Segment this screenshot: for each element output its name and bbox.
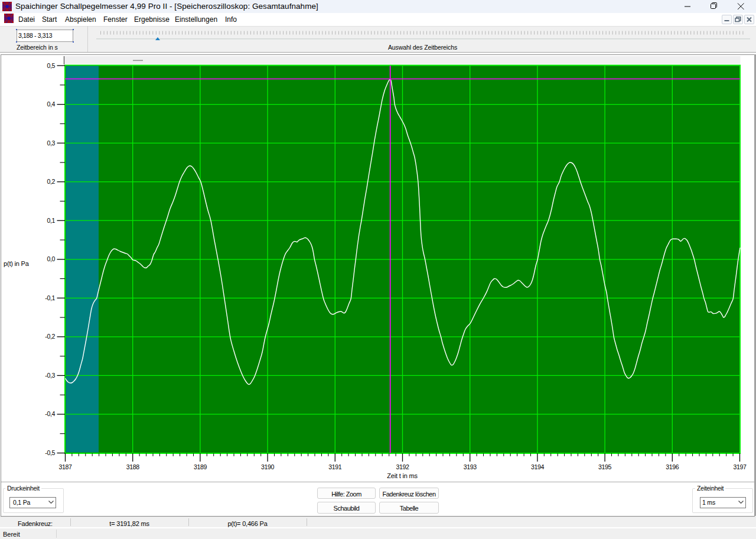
svg-text:0,5: 0,5 xyxy=(47,62,55,69)
svg-text:p(t) in Pa: p(t) in Pa xyxy=(4,260,30,267)
svg-text:0,1: 0,1 xyxy=(47,217,55,224)
svg-text:0,2: 0,2 xyxy=(47,178,55,185)
svg-text:3192: 3192 xyxy=(396,463,409,470)
svg-text:Zeit t in ms: Zeit t in ms xyxy=(387,472,418,479)
svg-text:0,3: 0,3 xyxy=(47,139,55,147)
svg-text:3188: 3188 xyxy=(126,463,139,470)
svg-text:3187: 3187 xyxy=(59,463,72,470)
svg-text:0,0: 0,0 xyxy=(47,255,55,262)
svg-text:3197: 3197 xyxy=(734,463,747,470)
svg-text:3189: 3189 xyxy=(194,463,207,470)
svg-text:3193: 3193 xyxy=(464,463,477,470)
svg-text:3190: 3190 xyxy=(261,463,274,470)
svg-text:3195: 3195 xyxy=(598,463,611,470)
svg-text:-0,4: -0,4 xyxy=(45,410,55,417)
svg-text:3196: 3196 xyxy=(666,463,679,470)
svg-text:-0,3: -0,3 xyxy=(45,372,55,379)
svg-text:-0,2: -0,2 xyxy=(45,333,55,340)
svg-text:3194: 3194 xyxy=(531,463,544,470)
svg-text:-0,5: -0,5 xyxy=(45,449,55,456)
svg-text:-0,1: -0,1 xyxy=(45,294,55,301)
svg-text:0,4: 0,4 xyxy=(47,100,55,108)
svg-text:3191: 3191 xyxy=(328,463,341,470)
